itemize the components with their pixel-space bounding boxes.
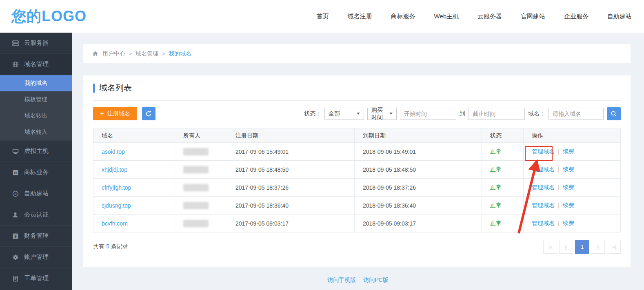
table-row: asoid.top 2017-09-06 15:49:01 2018-09-06… (93, 143, 621, 161)
action-separator: | (555, 202, 563, 208)
main-nav: 首页 域名注册 商标服务 Web主机 云服务器 官网建站 企业服务 自助建站 (316, 13, 632, 20)
svg-text:¥: ¥ (14, 234, 17, 239)
end-time-input[interactable] (469, 108, 525, 120)
sidebar-item-label: 工单管理 (24, 275, 49, 282)
domain-link[interactable]: sjdusng.top (102, 202, 131, 209)
record-count: 共有5条记录 (93, 243, 128, 250)
domain-link[interactable]: asoid.top (102, 148, 125, 155)
svg-text:R: R (14, 170, 17, 175)
host-icon (12, 148, 19, 155)
sidebar-item-cloud-server[interactable]: 云服务器 (0, 33, 72, 54)
search-button[interactable] (607, 107, 621, 120)
time-type-select[interactable]: 购买时间 (367, 108, 397, 120)
expiry-date: 2018-09-05 18:48:50 (355, 161, 482, 179)
time-type-value: 购买时间 (371, 106, 387, 121)
sidebar-item-ticket-management[interactable]: 工单管理 (0, 268, 72, 289)
table-row: cfrfyjfgh.top 2017-09-05 18:37:26 2018-0… (93, 179, 621, 197)
sidebar-subitem-my-domains[interactable]: 我的域名 (0, 75, 72, 91)
renew-link[interactable]: 续费 (563, 148, 574, 155)
filter-bar: 状态： 全部 购买时间 到 域名： (304, 107, 621, 120)
table-row: sjdusng.top 2017-09-05 18:36:40 2018-09-… (93, 197, 621, 215)
manage-domain-link[interactable]: 管理域名 (532, 184, 555, 190)
server-icon (12, 40, 19, 46)
breadcrumb-separator: > (162, 51, 165, 57)
member-icon (12, 212, 19, 218)
expiry-date: 2018-09-05 18:37:26 (355, 179, 482, 197)
manage-domain-link[interactable]: 管理域名 (532, 148, 555, 155)
col-header-owner: 所有人 (175, 129, 227, 143)
start-time-input[interactable] (400, 108, 456, 120)
breadcrumb: 用户中心 > 域名管理 > 我的域名 (83, 44, 631, 63)
nav-item-enterprise[interactable]: 企业服务 (564, 13, 588, 20)
sidebar-item-site-builder[interactable]: e 自助建站 (0, 183, 72, 204)
registered-date: 2017-09-05 18:48:50 (227, 161, 355, 179)
record-count-prefix: 共有 (93, 243, 104, 250)
owner-redacted (183, 220, 209, 227)
nav-item-website[interactable]: 官网建站 (521, 13, 545, 20)
breadcrumb-user-center[interactable]: 用户中心 (102, 50, 125, 58)
sidebar-subitem-domain-transfer-in[interactable]: 域名转入 (0, 124, 72, 140)
manage-domain-link[interactable]: 管理域名 (532, 202, 555, 208)
mobile-version-link[interactable]: 访问手机版 (327, 277, 356, 283)
breadcrumb-my-domains[interactable]: 我的域名 (169, 50, 191, 58)
refresh-button[interactable] (142, 107, 155, 120)
pagination-last-button[interactable]: »| (607, 240, 621, 254)
renew-link[interactable]: 续费 (563, 166, 574, 173)
sidebar-subitem-template-management[interactable]: 模板管理 (0, 91, 72, 108)
sidebar-item-finance-management[interactable]: ¥ 财务管理 (0, 226, 72, 247)
status-badge: 正常 (490, 220, 502, 226)
renew-link[interactable]: 续费 (563, 220, 574, 226)
nav-item-web-hosting[interactable]: Web主机 (434, 13, 459, 20)
registered-date: 2017-09-05 09:03:17 (227, 215, 355, 232)
domain-submenu: 我的域名 模板管理 域名转出 域名转入 (0, 75, 72, 141)
pagination-first-button[interactable]: |« (543, 240, 557, 254)
top-header: 您的LOGO 首页 域名注册 商标服务 Web主机 云服务器 官网建站 企业服务… (0, 0, 644, 33)
nav-item-diy-site[interactable]: 自助建站 (607, 13, 632, 20)
sidebar-item-account-management[interactable]: 账户管理 (0, 247, 72, 268)
table-footer: 共有5条记录 |« |‹ 1 ›| »| (93, 240, 621, 254)
register-domain-button[interactable]: + 注册域名 (93, 107, 137, 120)
sidebar-item-trademark-business[interactable]: R 商标业务 (0, 162, 72, 183)
register-domain-label: 注册域名 (107, 110, 130, 117)
manage-domain-link[interactable]: 管理域名 (532, 166, 555, 173)
status-badge: 正常 (490, 148, 502, 155)
col-header-registered: 注册日期 (227, 129, 355, 143)
svg-text:e: e (14, 191, 16, 196)
domain-filter-label: 域名： (528, 110, 545, 117)
nav-item-domain-register[interactable]: 域名注册 (347, 13, 372, 20)
pc-version-link[interactable]: 访问PC版 (363, 277, 388, 283)
status-select[interactable]: 全部 (324, 108, 364, 120)
renew-link[interactable]: 续费 (563, 184, 574, 190)
nav-item-trademark[interactable]: 商标服务 (391, 13, 415, 20)
status-filter-label: 状态： (304, 110, 321, 117)
sidebar-item-member-verification[interactable]: 会员认证 (0, 204, 72, 226)
breadcrumb-separator: > (129, 51, 132, 57)
nav-item-cloud-server[interactable]: 云服务器 (477, 13, 502, 20)
col-header-expires: 到期日期 (355, 129, 482, 143)
pagination-next-button[interactable]: ›| (591, 240, 605, 254)
sidebar-item-label: 账户管理 (24, 253, 49, 261)
page-footer: 访问手机版 访问PC版 (72, 277, 644, 284)
domain-link[interactable]: cfrfyjfgh.top (102, 184, 131, 191)
status-badge: 正常 (490, 202, 502, 208)
record-count-number: 5 (104, 243, 111, 250)
sidebar-subitem-domain-transfer-out[interactable]: 域名转出 (0, 108, 72, 124)
domain-link[interactable]: bcvfh.com (102, 220, 128, 227)
sidebar-item-label: 云服务器 (24, 39, 49, 47)
nav-item-home[interactable]: 首页 (316, 13, 329, 20)
sidebar-item-domain-management[interactable]: 域名管理 (0, 54, 72, 75)
action-separator: | (555, 148, 563, 155)
toolbar-left: + 注册域名 (93, 107, 155, 120)
pagination-page-1[interactable]: 1 (575, 240, 589, 254)
renew-link[interactable]: 续费 (563, 202, 574, 208)
domain-link[interactable]: xhjdjdj.top (102, 166, 127, 173)
sidebar-item-label: 虚拟主机 (24, 147, 49, 155)
domain-search-input[interactable] (549, 108, 604, 120)
sidebar-item-virtual-host[interactable]: 虚拟主机 (0, 141, 72, 162)
manage-domain-link[interactable]: 管理域名 (532, 220, 555, 226)
owner-redacted (183, 184, 209, 191)
pagination-prev-button[interactable]: |‹ (559, 240, 573, 254)
record-count-suffix: 条记录 (111, 243, 128, 250)
breadcrumb-domain-management[interactable]: 域名管理 (135, 50, 158, 58)
owner-redacted (183, 202, 209, 209)
